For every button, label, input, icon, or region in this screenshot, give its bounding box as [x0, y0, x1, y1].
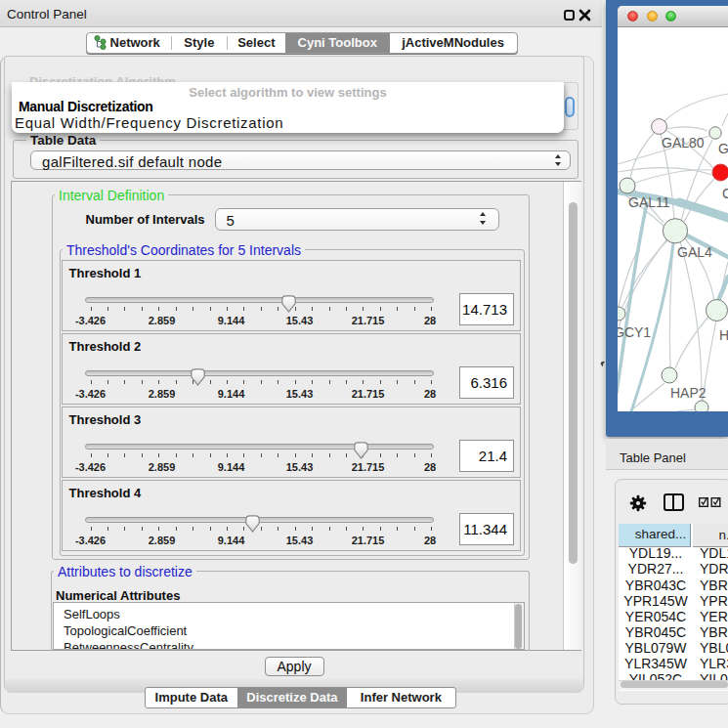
- svg-text:C: C: [722, 186, 728, 201]
- svg-text:GAL11: GAL11: [628, 194, 670, 210]
- svg-text:H: H: [719, 327, 728, 343]
- svg-text:HAP2: HAP2: [670, 385, 707, 401]
- svg-text:GAL80: GAL80: [662, 135, 705, 150]
- svg-text:GAL4: GAL4: [677, 244, 712, 260]
- svg-text:GCY1: GCY1: [618, 324, 651, 340]
- svg-text:GA: GA: [718, 141, 728, 156]
